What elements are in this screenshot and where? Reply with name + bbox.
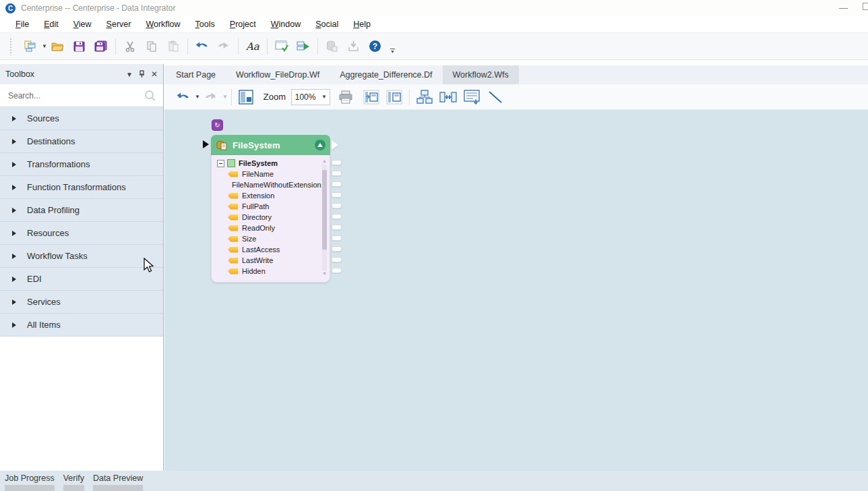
field-row-directory[interactable]: Directory [217,212,319,223]
verify-button[interactable] [273,38,290,55]
toolbox-item-sources[interactable]: Sources [0,107,163,130]
collapse-tree-icon[interactable] [217,160,224,167]
field-row-hidden[interactable]: Hidden [217,266,319,277]
output-port[interactable] [332,235,342,241]
field-row-extension[interactable]: Extension [217,190,319,201]
toolbox-item-function-transformations[interactable]: Function Transformations [0,176,163,199]
output-port[interactable] [332,268,342,273]
menu-item-social[interactable]: Social [308,17,346,32]
zoom-dropdown-caret[interactable]: ▼ [319,90,330,105]
menu-item-window[interactable]: Window [264,17,308,32]
auto-layout-button[interactable] [415,88,434,106]
menu-item-view[interactable]: View [66,17,99,32]
copy-button[interactable] [143,38,160,55]
scrollbar-thumb[interactable] [322,170,327,250]
expand-arrow-icon[interactable] [12,208,16,213]
toolbox-item-edi[interactable]: EDI [0,268,163,291]
paste-button[interactable] [164,38,182,55]
toolbox-item-data-profiling[interactable]: Data Profiling [0,199,163,222]
output-port[interactable] [332,192,342,198]
expand-arrow-icon[interactable] [12,231,16,236]
toolbox-item-resources[interactable]: Resources [0,222,163,245]
field-row-size[interactable]: Size [217,233,319,244]
tab-workflow-filedrop-wf[interactable]: Workflow_FileDrop.Wf [226,65,330,84]
tab-workflow2-wfs[interactable]: Workflow2.Wfs [443,65,519,84]
expand-arrow-icon[interactable] [12,299,16,305]
scroll-down-icon[interactable]: ▼ [321,271,328,277]
new-dropdown-caret[interactable]: ▼ [42,43,47,49]
field-row-filename[interactable]: FileName [217,169,319,179]
toolbox-item-services[interactable]: Services [0,291,163,314]
filesystem-node-header[interactable]: FileSystem [211,135,330,155]
output-port[interactable] [332,246,342,252]
tab-start-page[interactable]: Start Page [166,65,226,84]
menu-item-edit[interactable]: Edit [36,17,66,32]
redo-button[interactable] [215,38,232,55]
statusbar-tab-job-progress[interactable]: Job Progress [5,471,55,491]
search-input[interactable] [0,84,163,107]
field-row-filenamewithoutextension[interactable]: FileNameWithoutExtension [217,179,319,190]
output-port[interactable] [332,225,342,230]
window-position-icon[interactable]: ▼ [126,71,133,78]
statusbar-tab-verify[interactable]: Verify [63,471,84,491]
undo-button[interactable] [193,38,211,55]
output-port[interactable] [332,181,342,187]
tab-aggregate-difference-df[interactable]: Aggregate_Difference.Df [330,65,442,84]
expand-arrow-icon[interactable] [12,322,16,328]
menu-item-file[interactable]: File [8,17,36,32]
canvas-redo-button[interactable] [202,88,220,106]
minimize-button[interactable]: — [839,5,848,11]
canvas-redo-caret[interactable]: ▼ [222,94,228,100]
toolbox-item-transformations[interactable]: Transformations [0,153,163,176]
job-monitor-button[interactable] [323,38,341,55]
font-button[interactable]: Aa [244,38,261,55]
expand-arrow-icon[interactable] [12,139,16,144]
node-scrollbar[interactable]: ▲ ▼ [321,158,328,277]
output-port[interactable] [332,203,342,208]
output-port[interactable] [332,160,342,165]
toolbar-grip[interactable] [9,38,13,55]
overview-button[interactable] [237,88,255,106]
show-node-list-button[interactable] [462,88,481,106]
expand-arrow-icon[interactable] [12,185,16,190]
filesystem-node[interactable]: FileSystem FileSystem FileNameFileNameWi… [211,135,330,283]
open-button[interactable] [49,38,67,55]
filesystem-node-body[interactable]: FileSystem FileNameFileNameWithoutExtens… [211,155,330,283]
menu-item-project[interactable]: Project [222,17,264,32]
field-row-lastwrite[interactable]: LastWrite [217,255,319,266]
toolbox-item-workflow-tasks[interactable]: Workflow Tasks [0,245,163,268]
output-port[interactable] [332,171,342,176]
designer-canvas[interactable]: ↻ FileSystem FileSystem [164,110,868,471]
start-job-button[interactable] [294,38,312,55]
output-port[interactable] [332,214,342,219]
expand-arrow-icon[interactable] [12,277,16,282]
toolbar-overflow-button[interactable]: ▼ [390,49,395,54]
collapse-node-button[interactable] [315,140,326,150]
statusbar-tab-data-preview[interactable]: Data Preview [93,471,143,491]
menu-item-workflow[interactable]: Workflow [138,17,187,32]
scroll-up-icon[interactable]: ▲ [321,158,328,164]
field-row-fullpath[interactable]: FullPath [217,201,319,212]
new-button[interactable] [22,38,39,55]
help-button[interactable]: ? [367,38,384,55]
menu-item-tools[interactable]: Tools [188,17,222,32]
expand-arrow-icon[interactable] [12,254,16,259]
menu-item-server[interactable]: Server [99,17,139,32]
menu-item-help[interactable]: Help [346,17,378,32]
deploy-button[interactable] [345,38,363,55]
toolbox-item-all-items[interactable]: All Items [0,314,163,337]
toolbox-item-destinations[interactable]: Destinations [0,130,163,153]
refresh-badge-icon[interactable]: ↻ [212,119,223,131]
pin-icon[interactable] [139,70,145,78]
tree-root-row[interactable]: FileSystem [217,158,319,169]
print-button[interactable] [337,88,354,106]
field-row-readonly[interactable]: ReadOnly [217,223,319,233]
zoom-value-input[interactable] [292,92,319,102]
canvas-undo-caret[interactable]: ▼ [195,94,200,100]
draw-link-button[interactable] [486,88,505,106]
output-port[interactable] [332,257,342,262]
save-button[interactable] [71,38,88,55]
close-icon[interactable]: ✕ [151,69,158,79]
save-all-button[interactable] [92,38,110,55]
restore-button[interactable] [863,3,868,10]
